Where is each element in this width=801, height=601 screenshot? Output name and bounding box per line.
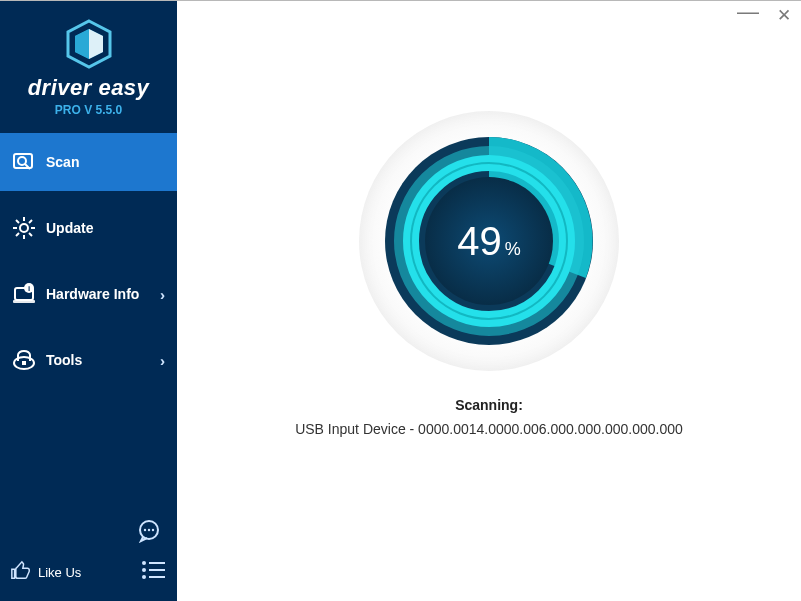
nav-item-tools[interactable]: Tools › <box>0 331 177 389</box>
sidebar: driver easy PRO V 5.5.0 Scan <box>0 1 177 601</box>
feedback-icon[interactable] <box>137 519 161 547</box>
menu-list-icon[interactable] <box>141 560 167 584</box>
svg-line-10 <box>16 220 19 223</box>
chevron-right-icon: › <box>160 352 165 369</box>
scan-progress-ring: 49 % <box>359 111 619 371</box>
nav-item-update[interactable]: Update <box>0 199 177 257</box>
sidebar-bottom: Like Us <box>0 511 177 601</box>
gear-icon <box>10 214 38 242</box>
nav-item-scan-label: Scan <box>46 154 79 170</box>
close-button[interactable]: ✕ <box>777 7 791 29</box>
brand-logo-icon <box>66 19 112 69</box>
brand-name: driver easy <box>0 75 177 101</box>
window-controls: — ✕ <box>737 7 791 29</box>
progress-percent-value: 49 <box>457 219 502 264</box>
like-us-label: Like Us <box>38 565 81 580</box>
bottom-row: Like Us <box>10 555 167 589</box>
nav-item-update-label: Update <box>46 220 93 236</box>
brand-version: PRO V 5.5.0 <box>0 103 177 117</box>
svg-point-23 <box>152 529 154 531</box>
svg-line-11 <box>29 233 32 236</box>
scan-status: Scanning: USB Input Device - 0000.0014.0… <box>295 397 683 437</box>
scan-status-detail: USB Input Device - 0000.0014.0000.006.00… <box>295 421 683 437</box>
svg-point-22 <box>148 529 150 531</box>
svg-point-26 <box>142 568 146 572</box>
svg-text:i: i <box>28 284 30 293</box>
hardware-info-icon: i <box>10 280 38 308</box>
nav-item-hardware-info[interactable]: i Hardware Info › <box>0 265 177 323</box>
svg-point-28 <box>142 575 146 579</box>
minimize-button[interactable]: — <box>737 1 759 23</box>
sidebar-nav: Scan <box>0 133 177 389</box>
svg-line-13 <box>29 220 32 223</box>
app-window: — ✕ driver easy PRO V 5.5.0 <box>0 0 801 601</box>
chevron-right-icon: › <box>160 286 165 303</box>
scan-icon <box>10 148 38 176</box>
svg-point-24 <box>142 561 146 565</box>
svg-rect-2 <box>14 154 32 168</box>
progress-label: 49 % <box>359 111 619 371</box>
svg-rect-19 <box>22 361 26 365</box>
nav-item-hardware-info-label: Hardware Info <box>46 286 139 302</box>
scan-status-title: Scanning: <box>295 397 683 413</box>
tools-icon <box>10 346 38 374</box>
feedback-row <box>10 519 167 547</box>
main-content: 49 % Scanning: USB Input Device - 0000.0… <box>177 1 801 601</box>
progress-percent-unit: % <box>505 239 521 260</box>
svg-rect-15 <box>13 300 35 303</box>
svg-line-12 <box>16 233 19 236</box>
svg-point-21 <box>144 529 146 531</box>
svg-point-5 <box>20 224 28 232</box>
like-us-button[interactable]: Like Us <box>10 560 81 585</box>
brand-block: driver easy PRO V 5.5.0 <box>0 1 177 127</box>
svg-point-3 <box>18 157 26 165</box>
thumbs-up-icon <box>10 560 32 585</box>
nav-item-tools-label: Tools <box>46 352 82 368</box>
nav-item-scan[interactable]: Scan <box>0 133 177 191</box>
